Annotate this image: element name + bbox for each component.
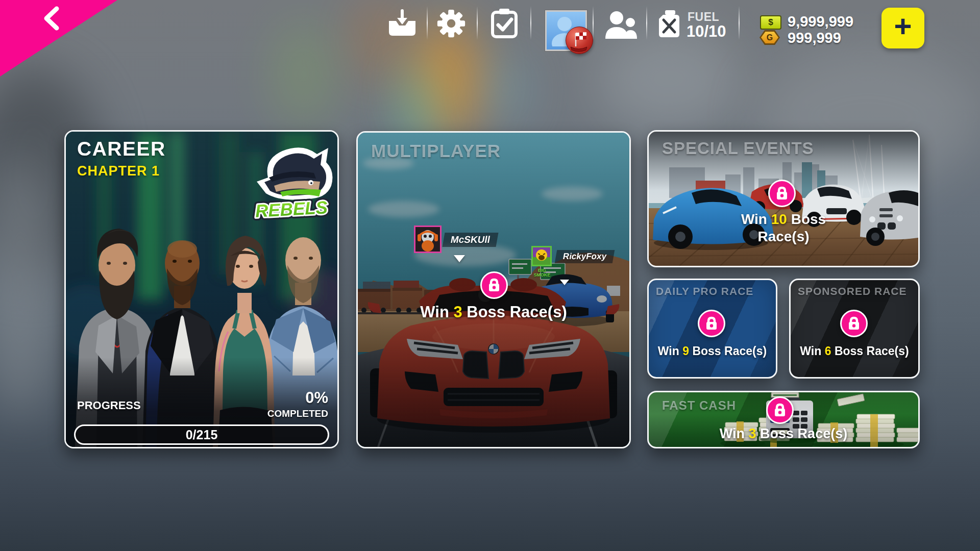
career-progress-bar: 0/215 (74, 424, 329, 445)
player2-name: RickyFoxy (555, 250, 615, 263)
laughing-emoji-avatar-icon (533, 247, 550, 265)
lock-icon (766, 396, 794, 424)
backdrop-blob (487, 56, 523, 122)
back-button[interactable] (0, 0, 117, 77)
special-events-title: SPECIAL EVENTS (662, 139, 814, 158)
progress-value: 0/215 (186, 428, 218, 442)
fast-cash-card[interactable]: FAST CASH Win 3 Boss Race(s) (647, 391, 920, 448)
progress-completed-label: COMPLETED (267, 408, 328, 419)
player1-name: McSKUll (443, 233, 499, 247)
daily-pro-race-title: DAILY PRO RACE (656, 285, 753, 297)
header-divider (477, 6, 478, 40)
fuel-indicator (657, 8, 682, 40)
lock-icon (840, 310, 868, 337)
backdrop-blob (597, 26, 740, 133)
win-requirement-label-line2: Race(s) (649, 229, 918, 245)
add-currency-button[interactable]: + (881, 8, 924, 48)
sponsored-race-title: SPONSORED RACE (798, 285, 907, 297)
plus-icon: + (894, 11, 912, 42)
settings-button[interactable] (434, 7, 468, 40)
header-divider (739, 6, 740, 40)
tasks-button[interactable] (487, 7, 521, 40)
player1-avatar (414, 226, 442, 253)
special-events-card[interactable]: SPECIAL EVENTS Win 10 Boss Race(s) (647, 130, 920, 267)
multiplayer-card[interactable]: MULTIPLAYER McSKUll BIG SMOKE RickyFoxy (356, 131, 631, 448)
win-requirement-label: Win 10 Boss (649, 211, 918, 228)
player1-pointer (454, 255, 465, 262)
cash-icon: $ (760, 15, 781, 30)
header-divider (593, 6, 594, 40)
download-tray-icon (387, 9, 418, 38)
player2-pointer (560, 280, 569, 285)
career-chapter: CHAPTER 1 (77, 163, 160, 179)
rebels-logo: REBELS REBELS (249, 145, 334, 221)
lock-icon (768, 180, 796, 207)
backdrop-blob (273, 20, 334, 128)
fuel-value: 10/10 (687, 22, 726, 41)
game-home-screen: FUEL 10/10 $ 9,999,999 G 999,999 + (0, 0, 980, 551)
gold-value: 999,999 (788, 30, 841, 46)
win-requirement-label: Win 9 Boss Race(s) (649, 344, 776, 358)
cash-value: 9,999,999 (788, 13, 853, 30)
player2-tag: BIG SMOKE (530, 268, 554, 278)
inbox-button[interactable] (385, 8, 419, 39)
career-title: CAREER (77, 138, 166, 160)
fast-cash-title: FAST CASH (662, 398, 736, 413)
friends-button[interactable] (603, 9, 640, 41)
header-divider (530, 6, 531, 40)
fuel-label: FUEL (688, 10, 719, 24)
win-requirement-label: Win 3 Boss Race(s) (358, 303, 629, 321)
clipboard-check-icon (489, 8, 520, 39)
lock-icon (480, 271, 508, 299)
lock-icon (698, 310, 725, 337)
career-card[interactable]: CAREER CHAPTER 1 REBELS REBELS (64, 130, 339, 448)
multiplayer-title: MULTIPLAYER (371, 141, 501, 161)
header-divider (646, 6, 647, 40)
gear-icon (435, 8, 467, 39)
fuel-can-icon (658, 9, 681, 39)
skull-avatar-icon (415, 227, 440, 252)
checkered-flag-icon (566, 27, 592, 53)
progress-percent: 0% (305, 389, 328, 407)
win-requirement-label: Win 3 Boss Race(s) (649, 426, 918, 442)
win-requirement-label: Win 6 Boss Race(s) (791, 344, 918, 358)
friends-icon (603, 10, 639, 40)
race-notification-badge (566, 27, 593, 54)
sponsored-race-card[interactable]: SPONSORED RACE Win 6 Boss Race(s) (789, 279, 920, 379)
chevron-left-icon (40, 5, 66, 32)
gold-icon: G (760, 30, 780, 45)
header-divider (427, 6, 428, 40)
daily-pro-race-card[interactable]: DAILY PRO RACE Win 9 Boss Race(s) (647, 279, 777, 379)
progress-label: PROGRESS (77, 399, 141, 412)
svg-text:REBELS: REBELS (255, 197, 328, 220)
player2-avatar (531, 246, 552, 266)
